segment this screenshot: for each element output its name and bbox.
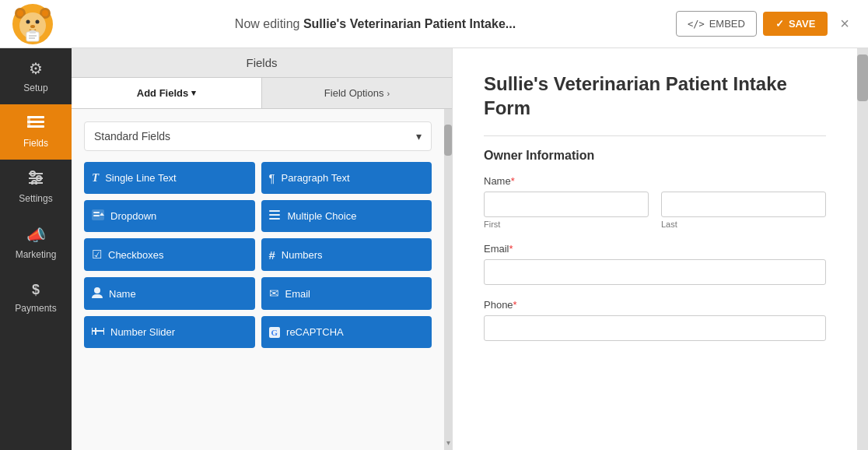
checkbox-icon: ☑ (92, 248, 102, 262)
last-label: Last (661, 220, 826, 229)
number-icon: # (269, 248, 275, 262)
embed-label: EMBED (709, 18, 745, 30)
sidebar-item-label: Setup (23, 83, 47, 93)
svg-point-7 (36, 19, 40, 23)
center-panel: Fields Add Fields ▾ Field Options › Stan… (72, 48, 453, 450)
svg-point-6 (26, 19, 30, 23)
chevron-right-icon: › (387, 89, 390, 98)
standard-fields-dropdown[interactable]: Standard Fields ▾ (84, 121, 432, 151)
name-label: Name* (484, 175, 826, 187)
form-preview: Sullie's Veterinarian Patient Intake For… (453, 48, 857, 450)
envelope-icon: ✉ (269, 287, 279, 301)
svg-rect-16 (27, 116, 30, 128)
embed-code-icon: </> (688, 19, 705, 30)
required-indicator: * (513, 299, 517, 311)
name-label-text: Name (484, 175, 511, 187)
field-btn-label: Name (109, 288, 136, 300)
main-layout: ⚙ Setup Fields (0, 48, 868, 450)
logo-bear (12, 4, 53, 44)
slider-icon (92, 325, 104, 339)
left-nav: ⚙ Setup Fields (0, 48, 72, 450)
field-btn-label: Number Slider (110, 326, 175, 338)
svg-point-3 (17, 10, 23, 16)
field-btn-label: Paragraph Text (282, 172, 350, 184)
email-label: Email* (484, 243, 826, 255)
field-btn-label: Multiple Choice (288, 210, 357, 222)
fields-content: Standard Fields ▾ T Single Line Text ¶ P… (72, 109, 444, 450)
editing-prefix: Now editing (235, 17, 303, 30)
svg-rect-28 (269, 214, 280, 216)
section-divider (484, 135, 826, 136)
save-button[interactable]: ✓ SAVE (763, 12, 828, 36)
field-btn-checkboxes[interactable]: ☑ Checkboxes (84, 238, 255, 271)
sidebar-item-label: Settings (19, 193, 52, 204)
email-label-text: Email (484, 243, 509, 255)
editing-title: Now editing Sullie's Veterinarian Patien… (84, 17, 667, 31)
field-btn-recaptcha[interactable]: G reCAPTCHA (261, 316, 432, 348)
tab-field-options-label: Field Options (324, 87, 384, 99)
phone-label: Phone* (484, 299, 826, 311)
required-indicator: * (511, 175, 515, 187)
first-label: First (484, 220, 649, 229)
tab-field-options[interactable]: Field Options › (262, 78, 452, 108)
first-name-wrap: First (484, 192, 649, 229)
field-btn-paragraph-text[interactable]: ¶ Paragraph Text (261, 162, 432, 194)
gear-icon: ⚙ (29, 59, 43, 78)
megaphone-icon: 📣 (26, 226, 46, 244)
field-btn-label: Single Line Text (105, 172, 177, 184)
sidebar-item-setup[interactable]: ⚙ Setup (0, 48, 72, 104)
field-btn-dropdown[interactable]: Dropdown (84, 200, 255, 232)
name-inputs: First Last (484, 192, 826, 229)
text-icon: T (92, 171, 99, 185)
dollar-icon: $ (32, 282, 40, 298)
recaptcha-icon: G (269, 327, 281, 338)
embed-button[interactable]: </> EMBED (676, 11, 757, 37)
standard-fields-label: Standard Fields (94, 130, 170, 142)
svg-rect-29 (269, 218, 280, 220)
field-btn-multiple-choice[interactable]: Multiple Choice (261, 200, 432, 232)
sidebar-item-payments[interactable]: $ Payments (0, 271, 72, 325)
person-icon (92, 287, 103, 301)
svg-rect-24 (93, 212, 100, 213)
field-btn-label: Dropdown (110, 210, 156, 222)
field-btn-label: reCAPTCHA (286, 326, 344, 338)
email-field-group: Email* (484, 243, 826, 285)
list-icon (269, 209, 282, 223)
phone-input[interactable] (484, 315, 826, 341)
center-scrollbar-thumb (444, 125, 452, 156)
field-buttons-grid: T Single Line Text ¶ Paragraph Text (84, 162, 432, 348)
required-indicator: * (509, 243, 513, 255)
center-scrollbar[interactable]: ▾ (444, 109, 452, 450)
tab-add-fields[interactable]: Add Fields ▾ (72, 78, 262, 108)
paragraph-icon: ¶ (269, 171, 275, 185)
right-area: Sullie's Veterinarian Patient Intake For… (453, 48, 868, 450)
field-btn-single-line-text[interactable]: T Single Line Text (84, 162, 255, 194)
field-btn-numbers[interactable]: # Numbers (261, 238, 432, 271)
email-input[interactable] (484, 259, 826, 285)
close-button[interactable]: × (834, 12, 856, 36)
field-btn-label: Email (285, 288, 311, 300)
form-name-title: Sullie's Veterinarian Patient Intake... (303, 17, 516, 30)
scroll-bottom-arrow[interactable]: ▾ (444, 434, 452, 450)
tab-add-fields-label: Add Fields (137, 87, 188, 99)
sidebar-item-settings[interactable]: Settings (0, 160, 72, 215)
field-btn-number-slider[interactable]: Number Slider (84, 316, 255, 348)
right-scrollbar[interactable] (857, 48, 868, 450)
sidebar-item-fields[interactable]: Fields (0, 104, 72, 160)
sidebar-item-label: Marketing (16, 249, 57, 260)
sidebar-item-label: Fields (23, 138, 48, 149)
logo-area (12, 4, 75, 44)
sliders-icon (27, 171, 44, 188)
first-name-input[interactable] (484, 192, 649, 217)
svg-point-8 (30, 25, 35, 28)
dropdown-chevron-icon: ▾ (416, 130, 422, 142)
checkmark-icon: ✓ (775, 18, 784, 30)
field-btn-name[interactable]: Name (84, 277, 255, 310)
fields-tabs: Add Fields ▾ Field Options › (72, 78, 452, 109)
save-label: SAVE (789, 18, 815, 30)
field-btn-email[interactable]: ✉ Email (261, 277, 432, 310)
sidebar-item-marketing[interactable]: 📣 Marketing (0, 215, 72, 271)
name-field-group: Name* First Last (484, 175, 826, 229)
right-scrollbar-thumb (857, 54, 868, 101)
last-name-input[interactable] (661, 192, 826, 217)
